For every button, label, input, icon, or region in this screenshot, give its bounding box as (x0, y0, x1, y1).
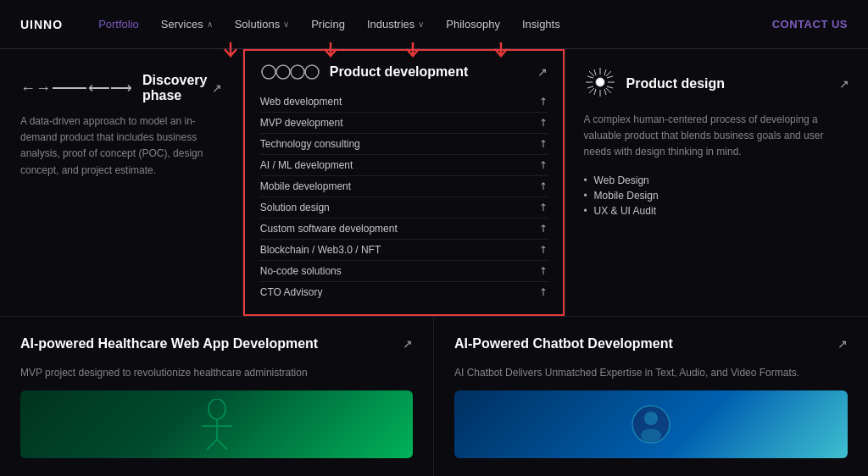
svg-line-21 (594, 89, 596, 95)
discovery-title-row: ←→ ⟵⟶ Discovery phase ↗ (20, 73, 222, 103)
nav-item-services[interactable]: Services ∧ (153, 13, 221, 36)
healthcare-card-desc: MVP project designed to revolutionize he… (20, 365, 413, 380)
list-item[interactable]: Web development ↗ (260, 91, 548, 113)
prod-dev-title: Product development (330, 64, 469, 80)
list-item[interactable]: MVP development ↗ (260, 113, 548, 134)
svg-line-13 (606, 88, 611, 93)
svg-line-16 (594, 69, 596, 75)
bottom-row: AI-powered Healthcare Web App Developmen… (0, 317, 868, 476)
chatbot-title-row: AI-Powered Chatbot Development ↗ (454, 335, 848, 360)
arrow-icon: ↗ (536, 116, 550, 130)
nav-item-insights[interactable]: Insights (514, 13, 569, 36)
healthcare-card-thumbnail (20, 390, 413, 458)
nav-item-solutions[interactable]: Solutions ∨ (226, 13, 298, 36)
svg-line-22 (607, 76, 613, 78)
arrow-services-indicator (221, 41, 240, 63)
prod-dev-title-row: Product development ↗ (260, 63, 548, 81)
chatbot-thumb-content (454, 390, 848, 458)
list-item: Web Design (584, 173, 849, 188)
product-design-section: Product design ↗ A complex human-centere… (565, 49, 868, 316)
arrow-icon: ↗ (536, 137, 550, 152)
main-content: ←→ ⟵⟶ Discovery phase ↗ A data-driven ap… (0, 49, 868, 476)
svg-line-20 (604, 69, 606, 75)
prod-design-ext-link[interactable]: ↗ (839, 77, 849, 91)
top-row: ←→ ⟵⟶ Discovery phase ↗ A data-driven ap… (0, 49, 868, 317)
right-arrows-icon: ⟵⟶ (88, 79, 132, 97)
discovery-title: Discovery phase (142, 73, 212, 103)
list-item: Mobile Design (584, 188, 849, 203)
chevron-down-icon: ∨ (283, 19, 289, 29)
chatbot-card[interactable]: AI-Powered Chatbot Development ↗ AI Chat… (434, 317, 868, 476)
nav-item-philosophy[interactable]: Philosophy (437, 13, 509, 36)
svg-point-4 (262, 65, 275, 79)
arrow-icon: ↗ (536, 201, 550, 215)
healthcare-thumb-content (20, 390, 413, 458)
product-design-description: A complex human-centered process of deve… (584, 112, 849, 161)
discovery-icon: ←→ ⟵⟶ (20, 79, 132, 97)
prod-design-title-left: Product design (584, 66, 725, 102)
discovery-description: A data-driven approach to model an in-de… (20, 113, 222, 179)
svg-point-31 (644, 412, 658, 425)
prod-dev-ext-link[interactable]: ↗ (537, 65, 548, 79)
list-item[interactable]: No-code solutions ↗ (260, 261, 548, 282)
list-item[interactable]: Blockchain / Web3.0 / NFT ↗ (260, 240, 548, 261)
chevron-down-icon: ∧ (207, 19, 213, 29)
nav-item-industries[interactable]: Industries ∨ (359, 13, 432, 36)
nav-item-portfolio[interactable]: Portfolio (90, 13, 147, 36)
prod-design-title-row: Product design ↗ (584, 66, 849, 102)
service-list: Web development ↗ MVP development ↗ Tech… (260, 91, 548, 302)
svg-line-29 (217, 440, 227, 450)
svg-line-17 (604, 89, 606, 95)
healthcare-card-title: AI-powered Healthcare Web App Developmen… (20, 335, 318, 353)
nav-item-pricing[interactable]: Pricing (303, 13, 353, 36)
svg-point-5 (276, 65, 290, 79)
arrow-icon: ↗ (536, 180, 550, 194)
product-development-section: Product development ↗ Web development ↗ … (243, 49, 565, 316)
chatbot-ext-link[interactable]: ↗ (837, 337, 848, 351)
list-item[interactable]: Technology consulting ↗ (260, 134, 548, 155)
list-item[interactable]: Mobile development ↗ (260, 176, 548, 197)
page-wrapper: UINNO Portfolio Services ∧ Solutions ∨ P… (0, 0, 868, 476)
healthcare-title-row: AI-powered Healthcare Web App Developmen… (20, 335, 413, 360)
arrow-industries-indicator (492, 41, 510, 63)
list-item[interactable]: Solution design ↗ (260, 197, 548, 219)
chatbot-card-title: AI-Powered Chatbot Development (454, 335, 673, 353)
discovery-title-left: ←→ ⟵⟶ Discovery phase (20, 73, 212, 103)
svg-point-6 (291, 65, 304, 79)
list-item[interactable]: AI / ML development ↗ (260, 155, 548, 176)
discovery-phase-section: ←→ ⟵⟶ Discovery phase ↗ A data-driven ap… (0, 49, 243, 316)
arrow-solutions-indicator (321, 41, 340, 63)
discovery-ext-link[interactable]: ↗ (212, 81, 222, 95)
svg-line-15 (589, 88, 594, 93)
logo[interactable]: UINNO (20, 18, 63, 31)
svg-point-7 (305, 65, 319, 79)
arrow-icon: ↗ (536, 285, 550, 300)
chatbot-card-thumbnail (454, 390, 848, 458)
arrow-icon: ↗ (536, 222, 550, 236)
navbar: UINNO Portfolio Services ∧ Solutions ∨ P… (0, 0, 868, 49)
svg-point-32 (641, 429, 661, 442)
prod-dev-title-left: Product development (260, 63, 469, 81)
product-dev-icon (260, 63, 320, 81)
list-item[interactable]: CTO Advisory ↗ (260, 282, 548, 302)
arrow-pricing-indicator (403, 41, 422, 63)
list-item[interactable]: Custom software development ↗ (260, 219, 548, 240)
arrow-line (53, 87, 86, 89)
arrow-icon: ↗ (536, 95, 550, 109)
svg-line-14 (606, 71, 611, 76)
svg-line-18 (587, 76, 593, 78)
navbar-nav: Portfolio Services ∧ Solutions ∨ Pricing… (90, 13, 772, 36)
healthcare-ext-link[interactable]: ↗ (403, 337, 413, 351)
svg-line-28 (207, 440, 217, 450)
left-arrows-icon: ←→ (20, 80, 51, 97)
healthcare-card[interactable]: AI-powered Healthcare Web App Developmen… (0, 317, 434, 476)
svg-line-19 (607, 86, 613, 88)
list-item: UX & UI Audit (584, 203, 849, 219)
chevron-down-icon: ∨ (418, 19, 424, 29)
prod-design-title: Product design (626, 76, 725, 91)
starburst-icon (584, 66, 616, 102)
svg-line-12 (589, 71, 594, 76)
svg-point-25 (209, 399, 225, 419)
contact-us-button[interactable]: CONTACT US (772, 18, 848, 30)
arrow-icon: ↗ (536, 158, 550, 173)
